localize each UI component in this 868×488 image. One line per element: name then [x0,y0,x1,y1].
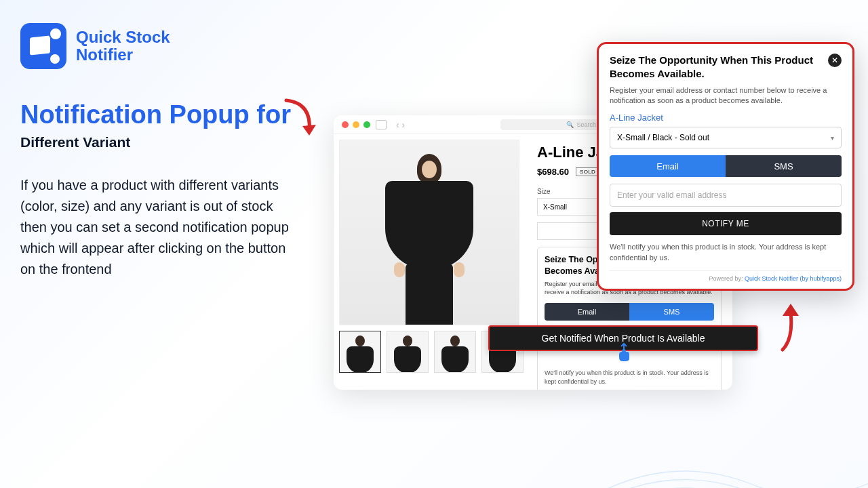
arrow-down-icon [279,96,321,148]
cursor-icon [616,342,633,365]
page-body: If you have a product with different var… [20,175,298,280]
tab-email[interactable]: Email [545,303,629,321]
popup-footer: Powered by: Quick Stock Notifier (by hub… [610,270,842,282]
logo-text: Quick StockNotifier [76,28,170,64]
sidebar-toggle-icon[interactable] [376,120,387,129]
traffic-lights [342,121,370,128]
chevron-down-icon: ▾ [831,134,834,142]
tab-sms[interactable]: SMS [629,303,714,321]
tab-sms[interactable]: SMS [726,155,842,177]
size-select[interactable]: X-Small [537,198,599,216]
tab-email[interactable]: Email [610,155,726,177]
thumbnail[interactable] [339,331,381,373]
product-main-image [339,140,519,325]
close-icon[interactable]: ✕ [828,54,842,67]
page-subhead: Different Variant [20,134,130,150]
nav-arrows[interactable]: ‹ › [396,119,405,130]
inline-panel-note: We'll notify you when this product is in… [545,369,714,386]
email-input[interactable]: Enter your valid email address [610,184,842,207]
notification-popup: Seize The Opportunity When This Product … [597,42,854,291]
thumbnail[interactable] [387,331,429,373]
popup-product-name: A-Line Jacket [610,113,842,123]
thumbnail[interactable] [434,331,476,373]
popup-title: Seize The Opportunity When This Product … [610,54,821,81]
logo-icon [20,23,66,69]
powered-link[interactable]: Quick Stock Notifier (by hubifyapps) [745,275,842,282]
notify-me-button[interactable]: NOTIFY ME [610,212,842,235]
logo-block: Quick StockNotifier [20,23,170,69]
popup-note: We'll notify you when this product is in… [610,242,842,264]
page-headline: Notification Popup for [20,100,291,129]
search-icon: 🔍 [566,121,574,128]
arrow-up-icon [773,298,807,357]
popup-desc: Register your email address or contact n… [610,85,842,106]
variant-select[interactable]: X-Small / Black - Sold out ▾ [610,127,842,148]
product-price: $698.60 [537,167,569,177]
